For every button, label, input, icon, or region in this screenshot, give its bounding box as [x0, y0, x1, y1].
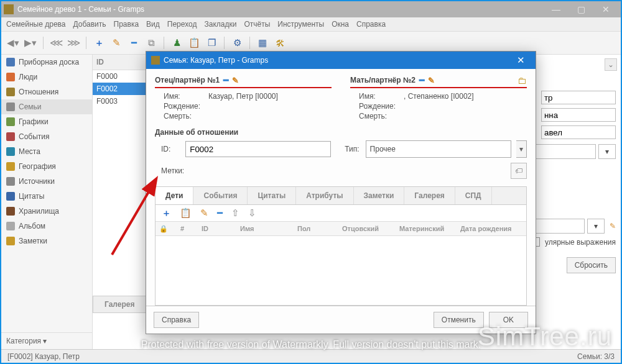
menu-item[interactable]: Добавить [73, 20, 106, 29]
col-lock[interactable]: 🔒 [156, 225, 177, 233]
move-up-icon[interactable]: ⇧ [231, 207, 239, 219]
menu-item[interactable]: Закладки [204, 20, 236, 29]
sidebar-item[interactable]: Заметки [1, 234, 92, 248]
dropdown-icon[interactable]: ▾ [587, 219, 605, 234]
sidebar: Приборная доскаЛюдиОтношенияСемьиГрафики… [1, 55, 93, 349]
tags-button[interactable]: 🏷 [511, 163, 527, 179]
tools-icon[interactable]: 🛠 [273, 36, 287, 50]
remove-child-icon[interactable]: ━ [217, 207, 223, 219]
statusbar: [F0002] Казуар, Петр Семьи: 3/3 [1, 349, 621, 363]
tab-citations[interactable]: Цитаты [248, 187, 296, 204]
filter-input-3[interactable] [541, 125, 616, 139]
menu-item[interactable]: Правка [114, 20, 139, 29]
minimize-button[interactable]: — [544, 4, 569, 14]
add-icon[interactable]: ＋ [92, 36, 106, 50]
nav-label: Графики [19, 117, 49, 126]
tab-children[interactable]: Дети [156, 187, 193, 204]
sidebar-item[interactable]: Графики [1, 114, 92, 129]
app-icon [4, 4, 14, 14]
col-name[interactable]: Имя [236, 225, 294, 232]
tab-lds[interactable]: СПД [455, 187, 492, 204]
sidebar-item[interactable]: Источники [1, 174, 92, 189]
clipboard-icon[interactable]: 📋 [187, 36, 201, 50]
edit-partner2-icon[interactable]: ✎ [428, 76, 435, 85]
menu-item[interactable]: Семейные древа [6, 20, 66, 29]
edit-icon[interactable]: ✎ [109, 36, 123, 50]
edit-partner1-icon[interactable]: ✎ [232, 76, 239, 85]
edit-filter-icon[interactable]: ✎ [610, 222, 616, 230]
category-dropdown[interactable]: Категория ▾ [1, 332, 92, 349]
menu-item[interactable]: Инструменты [277, 20, 324, 29]
type-select[interactable]: Прочее [366, 140, 511, 158]
nav-icon [6, 177, 15, 186]
cancel-button[interactable]: Отменить [434, 312, 484, 328]
sidebar-item[interactable]: Приборная доска [1, 55, 92, 70]
copy-icon[interactable]: ❐ [205, 36, 218, 50]
menu-item[interactable]: Окна [332, 20, 349, 29]
menu-item[interactable]: Справка [356, 20, 386, 29]
ok-button[interactable]: OK [489, 312, 528, 328]
delete-icon[interactable]: ━ [127, 36, 141, 50]
menu-item[interactable]: Отчёты [244, 20, 270, 29]
move-down-icon[interactable]: ⇩ [248, 207, 256, 219]
menu-item[interactable]: Переход [167, 20, 197, 29]
sidebar-item[interactable]: Хранилища [1, 204, 92, 219]
tab-notes[interactable]: Заметки [354, 187, 405, 204]
forward-icon[interactable]: ▶▾ [24, 36, 37, 50]
help-button[interactable]: Справка [154, 312, 199, 328]
share-child-icon[interactable]: 📋 [180, 207, 192, 219]
home-back-icon[interactable]: ⋘ [49, 36, 63, 50]
nav-label: Источники [19, 177, 55, 186]
edit-child-icon[interactable]: ✎ [200, 207, 208, 219]
filter-input-2[interactable] [541, 108, 616, 122]
dropdown-icon[interactable]: ▾ [516, 140, 527, 158]
dropdown-icon[interactable]: ▾ [598, 144, 616, 159]
sidebar-item[interactable]: Цитаты [1, 189, 92, 204]
remove-partner1-icon[interactable]: ━ [223, 75, 228, 85]
collapse-icon[interactable]: ⌄ [605, 58, 617, 71]
col-paternal[interactable]: Отцовский [338, 225, 396, 232]
col-id[interactable]: ID [198, 225, 236, 232]
menu-item[interactable]: Вид [146, 20, 160, 29]
nav-icon [6, 132, 15, 141]
tab-gallery[interactable]: Галерея [404, 187, 455, 204]
folder-icon[interactable]: 🗀 [518, 75, 527, 86]
reset-button[interactable]: Сбросить [567, 257, 616, 273]
sidebar-item[interactable]: Люди [1, 70, 92, 84]
id-label: ID: [161, 145, 180, 153]
sidebar-item[interactable]: Отношения [1, 84, 92, 99]
sidebar-item[interactable]: География [1, 159, 92, 174]
partner2-header: Мать/партнёр №2 [350, 76, 415, 84]
type-label: Тип: [345, 145, 360, 153]
preferences-icon[interactable]: ⚙ [230, 36, 244, 50]
nav-label: Цитаты [19, 192, 44, 201]
nav-label: Альбом [19, 222, 45, 230]
sidebar-item[interactable]: Семьи [1, 99, 92, 114]
col-num[interactable]: # [177, 225, 198, 232]
add-child-icon[interactable]: ＋ [162, 207, 171, 219]
tab-attributes[interactable]: Атрибуты [296, 187, 353, 204]
window-title: Семейное древо 1 - Семьи - Gramps [17, 5, 144, 14]
sidebar-item[interactable]: Места [1, 144, 92, 159]
gallery-tab[interactable]: Галерея [93, 296, 146, 313]
close-button[interactable]: ✕ [593, 4, 618, 14]
person-icon[interactable]: ♟ [170, 36, 183, 50]
col-sex[interactable]: Пол [294, 225, 338, 232]
window-titlebar: Семейное древо 1 - Семьи - Gramps — ▢ ✕ [1, 1, 621, 17]
dialog-close-button[interactable]: ✕ [511, 55, 531, 66]
col-dob[interactable]: Дата рождения [457, 225, 526, 232]
id-input[interactable] [185, 141, 331, 157]
back-icon[interactable]: ◀▾ [6, 36, 20, 50]
sidebar-item[interactable]: События [1, 129, 92, 144]
maximize-button[interactable]: ▢ [569, 4, 593, 14]
col-maternal[interactable]: Материнский [396, 225, 457, 232]
nav-icon [6, 88, 15, 96]
report-icon[interactable]: ▦ [256, 36, 269, 50]
tab-events[interactable]: События [193, 187, 248, 204]
home-forward-icon[interactable]: ⋙ [67, 36, 80, 50]
sidebar-item[interactable]: Альбом [1, 219, 92, 234]
merge-icon[interactable]: ⧉ [144, 36, 158, 50]
remove-partner2-icon[interactable]: ━ [419, 75, 424, 85]
annotation-underline [155, 87, 332, 88]
filter-input-1[interactable] [541, 91, 616, 104]
